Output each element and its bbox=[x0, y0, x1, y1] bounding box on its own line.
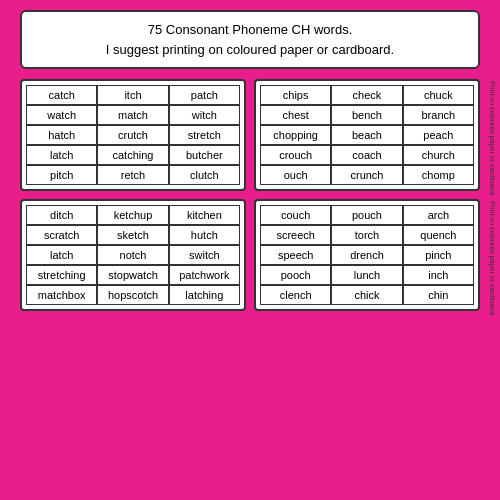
word-cell: ketchup bbox=[97, 205, 168, 225]
word-cell: drench bbox=[331, 245, 402, 265]
word-cell: lunch bbox=[331, 265, 402, 285]
word-cell: butcher bbox=[169, 145, 240, 165]
word-card-3: ditchketchupkitchenscratchsketchhutchlat… bbox=[20, 199, 246, 311]
word-cell: chuck bbox=[403, 85, 474, 105]
word-cell: watch bbox=[26, 105, 97, 125]
word-card-1: catchitchpatchwatchmatchwitchhatchcrutch… bbox=[20, 79, 246, 191]
word-cell: chips bbox=[260, 85, 331, 105]
word-cell: stretching bbox=[26, 265, 97, 285]
word-cell: patch bbox=[169, 85, 240, 105]
word-cell: church bbox=[403, 145, 474, 165]
word-cell: notch bbox=[97, 245, 168, 265]
word-cell: pooch bbox=[260, 265, 331, 285]
word-cell: bench bbox=[331, 105, 402, 125]
word-cell: branch bbox=[403, 105, 474, 125]
print-label-4: Print on coloured paper or cardboard bbox=[489, 201, 496, 315]
word-cell: pouch bbox=[331, 205, 402, 225]
word-cell: scratch bbox=[26, 225, 97, 245]
word-cell: match bbox=[97, 105, 168, 125]
word-cell: hopscotch bbox=[97, 285, 168, 305]
word-cell: chest bbox=[260, 105, 331, 125]
word-cell: torch bbox=[331, 225, 402, 245]
left-column: catchitchpatchwatchmatchwitchhatchcrutch… bbox=[20, 79, 246, 311]
word-cell: kitchen bbox=[169, 205, 240, 225]
word-cell: catch bbox=[26, 85, 97, 105]
word-cell: pinch bbox=[403, 245, 474, 265]
word-cell: latch bbox=[26, 245, 97, 265]
word-cell: chopping bbox=[260, 125, 331, 145]
word-cell: speech bbox=[260, 245, 331, 265]
word-cell: clutch bbox=[169, 165, 240, 185]
word-cell: crouch bbox=[260, 145, 331, 165]
word-cell: screech bbox=[260, 225, 331, 245]
word-cell: hatch bbox=[26, 125, 97, 145]
word-cell: ditch bbox=[26, 205, 97, 225]
word-cell: couch bbox=[260, 205, 331, 225]
header-line1: 75 Consonant Phoneme CH words. bbox=[36, 20, 464, 40]
word-cell: latching bbox=[169, 285, 240, 305]
word-cell: witch bbox=[169, 105, 240, 125]
word-cell: retch bbox=[97, 165, 168, 185]
word-cell: coach bbox=[331, 145, 402, 165]
word-cell: chin bbox=[403, 285, 474, 305]
word-cell: stopwatch bbox=[97, 265, 168, 285]
word-cell: ouch bbox=[260, 165, 331, 185]
word-cell: switch bbox=[169, 245, 240, 265]
word-cell: hutch bbox=[169, 225, 240, 245]
word-grid-4: couchpoucharchscreechtorchquenchspeechdr… bbox=[256, 201, 478, 309]
main-content: catchitchpatchwatchmatchwitchhatchcrutch… bbox=[20, 79, 480, 311]
word-cell: beach bbox=[331, 125, 402, 145]
word-cell: matchbox bbox=[26, 285, 97, 305]
word-cell: catching bbox=[97, 145, 168, 165]
word-card-4: couchpoucharchscreechtorchquenchspeechdr… bbox=[254, 199, 480, 311]
word-cell: sketch bbox=[97, 225, 168, 245]
word-grid-3: ditchketchupkitchenscratchsketchhutchlat… bbox=[22, 201, 244, 309]
word-grid-1: catchitchpatchwatchmatchwitchhatchcrutch… bbox=[22, 81, 244, 189]
word-grid-2: chipscheckchuckchestbenchbranchchoppingb… bbox=[256, 81, 478, 189]
word-cell: stretch bbox=[169, 125, 240, 145]
word-cell: patchwork bbox=[169, 265, 240, 285]
header-box: 75 Consonant Phoneme CH words. I suggest… bbox=[20, 10, 480, 69]
word-cell: crunch bbox=[331, 165, 402, 185]
word-cell: itch bbox=[97, 85, 168, 105]
word-cell: chomp bbox=[403, 165, 474, 185]
word-cell: pitch bbox=[26, 165, 97, 185]
word-cell: clench bbox=[260, 285, 331, 305]
word-cell: arch bbox=[403, 205, 474, 225]
word-cell: check bbox=[331, 85, 402, 105]
word-card-2: chipscheckchuckchestbenchbranchchoppingb… bbox=[254, 79, 480, 191]
right-column: chipscheckchuckchestbenchbranchchoppingb… bbox=[254, 79, 480, 311]
word-cell: crutch bbox=[97, 125, 168, 145]
word-cell: latch bbox=[26, 145, 97, 165]
word-cell: inch bbox=[403, 265, 474, 285]
print-label-2: Print on coloured paper or cardboard bbox=[489, 81, 496, 195]
word-cell: quench bbox=[403, 225, 474, 245]
word-cell: chick bbox=[331, 285, 402, 305]
header-line2: I suggest printing on coloured paper or … bbox=[36, 40, 464, 60]
word-cell: peach bbox=[403, 125, 474, 145]
